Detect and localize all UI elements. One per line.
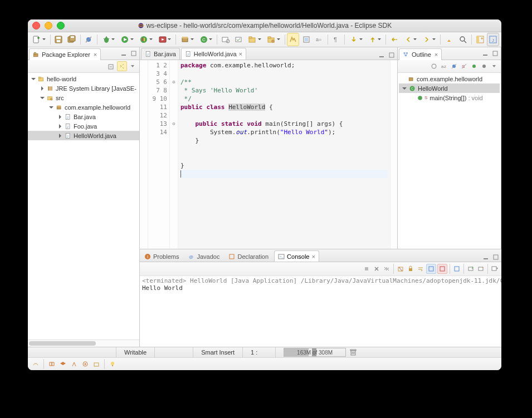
outline-method-main[interactable]: S main(String[]) : void (399, 93, 500, 102)
close-icon[interactable]: × (435, 51, 438, 58)
tab-declaration[interactable]: Declaration (225, 251, 272, 262)
maximize-editor-button[interactable] (387, 51, 396, 60)
show-standard-err-button[interactable] (437, 264, 447, 274)
tree-project[interactable]: hello-world (28, 74, 139, 83)
new-java-project-button[interactable] (246, 33, 263, 46)
tree-file-helloworld[interactable]: J HelloWorld.java (28, 131, 139, 140)
run-gc-button[interactable] (349, 348, 357, 356)
link-with-editor-button[interactable] (117, 61, 127, 71)
word-wrap-button[interactable] (416, 264, 425, 273)
run-external-button[interactable] (156, 33, 174, 46)
editor-tab-bar-java[interactable]: J Bar.java (141, 48, 180, 60)
tree-file-foo[interactable]: J Foo.java (28, 121, 139, 131)
java-perspective-button[interactable]: J (487, 33, 499, 46)
open-perspective-button[interactable] (474, 33, 486, 46)
trim-show-key-assist-button[interactable] (31, 360, 40, 368)
editor-tab-helloworld-java[interactable]: J HelloWorld.java × (181, 48, 246, 60)
toggle-mark-occurrences-button[interactable] (287, 33, 299, 46)
outline-class[interactable]: C HelloWorld (399, 83, 500, 93)
terminate-button[interactable] (362, 264, 371, 273)
trim-updates-button[interactable] (92, 360, 101, 368)
new-class-button[interactable]: C (197, 33, 215, 46)
minimize-view-button[interactable] (481, 49, 490, 58)
tab-problems[interactable]: ! Problems (141, 251, 182, 262)
trim-tutorials-button[interactable] (47, 360, 56, 368)
maximize-view-button[interactable] (491, 253, 500, 262)
code-area[interactable]: package com.example.helloworld; /** * Sa… (178, 60, 390, 249)
last-edit-location-button[interactable] (388, 33, 401, 46)
focus-on-active-task-button[interactable] (429, 62, 438, 71)
back-button[interactable] (402, 33, 419, 46)
run-button[interactable] (118, 33, 136, 46)
display-selected-console-button[interactable] (466, 264, 475, 273)
maximize-view-button[interactable] (129, 49, 138, 58)
outline-tree[interactable]: com.example.helloworld C HelloWorld S ma… (398, 73, 501, 249)
hide-non-public-button[interactable] (470, 62, 479, 71)
editor-body[interactable]: 1 2 3 4 5 6 7 8 9 10 11 12 13 14 ⊖⊖ pack… (140, 60, 397, 249)
new-source-folder-button[interactable] (265, 33, 282, 46)
minimize-view-button[interactable] (481, 253, 490, 262)
view-menu-button[interactable] (128, 62, 137, 71)
trim-mortarboard-button[interactable] (58, 360, 67, 368)
package-explorer-hscroll[interactable] (28, 340, 139, 347)
collapse-all-button[interactable] (107, 62, 116, 71)
console-output[interactable]: <terminated> HelloWorld [Java Applicatio… (140, 276, 501, 347)
pin-console-button[interactable] (452, 264, 461, 273)
save-all-button[interactable] (66, 33, 78, 46)
close-icon[interactable]: × (94, 51, 97, 58)
toggle-block-selection-button[interactable] (300, 33, 313, 46)
open-type-button[interactable] (219, 33, 232, 46)
overview-ruler[interactable] (390, 60, 397, 249)
tree-src[interactable]: src (28, 93, 139, 102)
tab-javadoc[interactable]: @ Javadoc (184, 251, 223, 262)
tree-file-bar[interactable]: J Bar.java (28, 112, 139, 121)
folding-ruler[interactable]: ⊖⊖ (170, 60, 178, 249)
show-paragraph-button[interactable]: ¶ (330, 33, 343, 46)
next-annotation-button[interactable] (347, 33, 365, 46)
new-package-button[interactable] (178, 33, 196, 46)
close-icon[interactable]: × (311, 253, 315, 260)
tab-console[interactable]: >_ Console × (274, 250, 319, 262)
maximize-view-button[interactable] (491, 49, 500, 58)
view-menu-button[interactable] (490, 62, 499, 71)
prev-annotation-button[interactable] (366, 33, 384, 46)
pin-editor-button[interactable] (443, 33, 455, 46)
heap-monitor[interactable]: 163M of 308M (284, 348, 346, 357)
tree-package[interactable]: com.example.helloworld (28, 102, 139, 112)
new-console-view-button[interactable] (490, 264, 499, 273)
minimize-view-button[interactable] (119, 49, 128, 58)
outline-tab[interactable]: Outline × (399, 48, 442, 60)
skip-breakpoints-button[interactable] (82, 33, 95, 46)
breakpoint-ruler[interactable] (140, 60, 148, 249)
forward-button[interactable] (420, 33, 438, 46)
trim-samples-button[interactable] (70, 360, 79, 368)
remove-all-launches-button[interactable] (382, 264, 391, 273)
new-button[interactable] (30, 33, 48, 46)
trim-whatsnew-button[interactable] (81, 360, 90, 368)
hide-local-types-button[interactable] (480, 62, 489, 71)
sort-button[interactable]: az (440, 62, 448, 71)
coverage-button[interactable] (137, 33, 155, 46)
zoom-window-button[interactable] (57, 22, 65, 29)
close-window-button[interactable] (32, 22, 40, 29)
tree-jre[interactable]: JRE System Library [JavaSE- (28, 83, 139, 93)
show-standard-out-button[interactable] (426, 264, 436, 274)
minimize-editor-button[interactable] (377, 51, 386, 60)
search-button[interactable] (457, 33, 470, 46)
remove-launch-button[interactable] (372, 264, 381, 273)
clear-console-button[interactable] (396, 264, 405, 273)
trim-tip-button[interactable] (108, 360, 117, 368)
hide-static-button[interactable]: S (460, 62, 468, 71)
package-explorer-tab[interactable]: Package Explorer × (29, 48, 101, 60)
save-button[interactable] (53, 33, 65, 46)
close-icon[interactable]: × (239, 51, 242, 57)
show-whitespace-button[interactable]: a= (313, 33, 325, 46)
package-explorer-tree[interactable]: hello-world JRE System Library [JavaSE- … (28, 73, 139, 340)
open-task-button[interactable] (233, 33, 245, 46)
open-console-button[interactable]: + (476, 264, 485, 273)
debug-button[interactable] (100, 33, 118, 46)
minimize-window-button[interactable] (45, 22, 52, 29)
hide-fields-button[interactable] (450, 62, 458, 71)
outline-package[interactable]: com.example.helloworld (399, 74, 500, 83)
scroll-lock-button[interactable] (406, 264, 415, 273)
